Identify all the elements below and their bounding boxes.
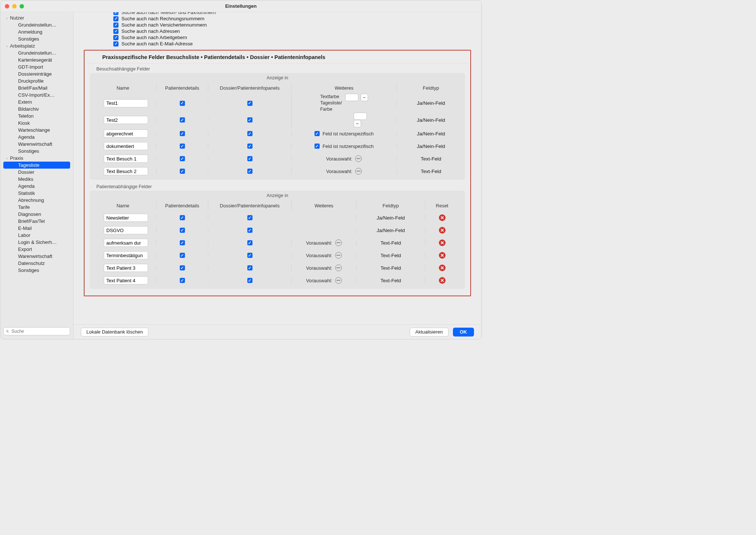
checkbox[interactable] [247,253,252,258]
remove-color-button[interactable]: − [361,94,368,101]
ellipsis-icon[interactable]: ••• [335,265,342,271]
reset-button[interactable] [439,265,446,271]
checkbox[interactable] [180,101,185,106]
checkbox[interactable] [247,240,252,245]
sidebar-item[interactable]: Agenda [0,183,73,190]
checkbox[interactable] [180,265,185,270]
sidebar-item[interactable]: Kiosk [0,120,73,127]
sidebar-item[interactable]: Extern [0,99,73,106]
field-name-input[interactable] [104,155,148,163]
color-swatch[interactable] [354,113,367,120]
field-name-input[interactable] [104,142,148,150]
content-area[interactable]: Suche auch nach Telefon- und FaxnummernS… [73,12,481,324]
checkbox[interactable] [180,156,185,161]
sidebar-item[interactable]: E-Mail [0,225,73,232]
refresh-button[interactable]: Aktualisieren [410,328,448,336]
checkbox[interactable] [247,156,252,161]
checkbox[interactable] [315,144,320,149]
ellipsis-icon[interactable]: ••• [355,155,362,162]
sidebar-item[interactable]: Bildarchiv [0,106,73,113]
sidebar-item[interactable]: Agenda [0,134,73,141]
checkbox[interactable] [247,278,252,283]
sidebar-item[interactable]: Tagesliste [3,162,70,169]
sidebar-item[interactable]: Brief/Fax/Tel [0,218,73,225]
sidebar-item[interactable]: Statistik [0,190,73,197]
checkbox[interactable] [315,131,320,136]
field-name-input[interactable] [104,226,148,234]
reset-button[interactable] [439,214,446,221]
checkbox[interactable] [247,101,252,106]
ellipsis-icon[interactable]: ••• [355,168,362,175]
sidebar-search[interactable] [3,327,70,335]
sidebar-item[interactable]: Warenwirtschaft [0,253,73,260]
reset-button[interactable] [439,239,446,246]
sidebar-item[interactable]: Abrechnung [0,197,73,204]
sidebar-item[interactable]: Grundeinstellun… [0,21,73,28]
tree-group[interactable]: ⌄Arbeitsplatz [0,42,73,49]
checkbox[interactable] [247,265,252,270]
color-swatch[interactable] [345,94,358,101]
sidebar-item[interactable]: Brief/Fax/Mail [0,84,73,92]
field-name-input[interactable] [104,167,148,175]
ellipsis-icon[interactable]: ••• [335,239,342,246]
checkbox[interactable] [180,253,185,258]
checkbox[interactable] [113,16,118,21]
sidebar-item[interactable]: Sonstiges [0,148,73,155]
field-name-input[interactable] [104,276,148,284]
sidebar-item[interactable]: Export [0,246,73,253]
checkbox[interactable] [113,41,118,46]
sidebar-item[interactable]: Datenschutz [0,260,73,267]
sidebar-item[interactable]: Login & Sicherh… [0,239,73,246]
checkbox[interactable] [180,169,185,174]
sidebar-item[interactable]: Diagnosen [0,211,73,218]
sidebar-item[interactable]: Dossiereinträge [0,70,73,77]
checkbox[interactable] [247,228,252,233]
sidebar-item[interactable]: GDT-Import [0,63,73,70]
reset-button[interactable] [439,252,446,259]
sidebar-item[interactable]: Anmeldung [0,28,73,35]
tree-group[interactable]: ⌄Nutzer [0,14,73,21]
sidebar-item[interactable]: Kartenlesegerät [0,56,73,63]
sidebar-item[interactable]: Telefon [0,113,73,120]
sidebar-item[interactable]: Warteschlange [0,127,73,134]
checkbox[interactable] [247,169,252,174]
field-name-input[interactable] [104,239,148,247]
checkbox[interactable] [113,23,118,28]
ok-button[interactable]: OK [453,328,474,336]
checkbox[interactable] [180,278,185,283]
sidebar-item[interactable]: Labor [0,232,73,239]
ellipsis-icon[interactable]: ••• [335,252,342,259]
sidebar-item[interactable]: Mediks [0,176,73,183]
reset-button[interactable] [439,277,446,284]
search-input[interactable] [11,328,68,334]
field-name-input[interactable] [104,214,148,222]
checkbox[interactable] [180,131,185,136]
checkbox[interactable] [247,144,252,149]
checkbox[interactable] [180,117,185,122]
field-name-input[interactable] [104,116,148,124]
checkbox[interactable] [180,144,185,149]
sidebar-item[interactable]: CSV-Import/Ex… [0,92,73,99]
checkbox[interactable] [113,35,118,40]
ellipsis-icon[interactable]: ••• [335,277,342,284]
settings-tree[interactable]: ⌄NutzerGrundeinstellun…AnmeldungSonstige… [0,12,73,325]
field-name-input[interactable] [104,130,148,138]
checkbox[interactable] [247,131,252,136]
field-name-input[interactable] [104,99,148,107]
sidebar-item[interactable]: Sonstiges [0,267,73,274]
reset-button[interactable] [439,227,446,234]
remove-color-button[interactable]: − [354,120,361,127]
checkbox[interactable] [247,215,252,220]
tree-group[interactable]: ⌄Praxis [0,155,73,162]
checkbox[interactable] [113,12,118,15]
checkbox[interactable] [180,228,185,233]
checkbox[interactable] [180,215,185,220]
checkbox[interactable] [247,117,252,122]
field-name-input[interactable] [104,251,148,259]
sidebar-item[interactable]: Tarife [0,204,73,211]
sidebar-item[interactable]: Druckprofile [0,77,73,84]
field-name-input[interactable] [104,264,148,272]
checkbox[interactable] [113,29,118,34]
sidebar-item[interactable]: Sonstiges [0,35,73,42]
sidebar-item[interactable]: Warenwirtschaft [0,141,73,148]
